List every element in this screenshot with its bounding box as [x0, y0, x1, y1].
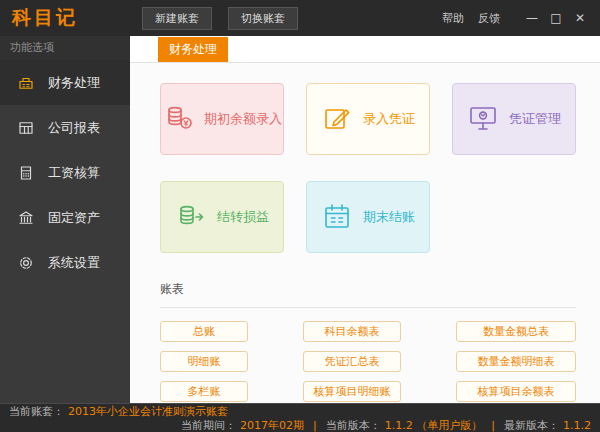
status-separator: | — [491, 419, 495, 432]
current-version-label: 当前版本： — [326, 418, 381, 432]
sidebar-item-label: 固定资产 — [48, 209, 100, 227]
card-opening-balance-entry[interactable]: 期初余额录入 — [160, 83, 284, 155]
quantity-amount-detail-button[interactable]: 数量金额明细表 — [456, 351, 576, 372]
minimize-button[interactable]: — — [522, 8, 542, 28]
monitor-icon — [467, 102, 499, 137]
sidebar-item-label: 系统设置 — [48, 254, 100, 272]
cash-register-icon — [17, 74, 35, 92]
status-bar: 当前账套： 2013年小企业会计准则演示账套 当前期间： 2017年02期 | … — [0, 403, 600, 432]
general-ledger-button[interactable]: 总账 — [160, 321, 248, 342]
card-carry-forward-profit-loss[interactable]: 结转损益 — [160, 181, 284, 253]
sidebar-item-system-settings[interactable]: 系统设置 — [0, 240, 130, 285]
card-label: 凭证管理 — [509, 110, 561, 128]
status-row-versions: 当前期间： 2017年02期 | 当前版本： 1.1.2 （单用户版） | 最新… — [0, 418, 600, 432]
card-label: 期初余额录入 — [204, 110, 282, 128]
tab-bar: 财务处理 — [130, 36, 600, 63]
multi-column-ledger-button[interactable]: 多栏账 — [160, 381, 248, 402]
status-row-account: 当前账套： 2013年小企业会计准则演示账套 — [0, 404, 600, 418]
latest-version-label: 最新版本： — [504, 418, 559, 432]
titlebar-right: 帮助 反馈 — □ ✕ — [442, 8, 590, 28]
detail-ledger-button[interactable]: 明细账 — [160, 351, 248, 372]
card-voucher-management[interactable]: 凭证管理 — [452, 83, 576, 155]
card-label: 结转损益 — [217, 208, 269, 226]
account-table-buttons: 总账 科目余额表 数量金额总表 明细账 凭证汇总表 数量金额明细表 多栏账 核算… — [160, 321, 576, 402]
help-link[interactable]: 帮助 — [442, 11, 464, 26]
bank-icon — [17, 209, 35, 227]
feedback-link[interactable]: 反馈 — [478, 11, 500, 26]
card-label: 录入凭证 — [363, 110, 415, 128]
section-divider — [160, 307, 576, 308]
sidebar-item-payroll-accounting[interactable]: 工资核算 — [0, 150, 130, 195]
calculator-icon — [17, 164, 35, 182]
accounting-item-balance-button[interactable]: 核算项目余额表 — [456, 381, 576, 402]
sidebar: 功能选项 财务处理 公司报表 — [0, 36, 130, 403]
app-logo: 科目记 — [12, 5, 78, 31]
titlebar-buttons: 新建账套 切换账套 — [142, 7, 298, 30]
accounting-item-detail-button[interactable]: 核算项目明细账 — [303, 381, 401, 402]
main-panel: 财务处理 期初余额录入 — [130, 36, 600, 403]
window-controls: — □ ✕ — [522, 8, 590, 28]
sidebar-item-financial-processing[interactable]: 财务处理 — [0, 60, 130, 105]
coins-icon — [162, 102, 194, 137]
sidebar-item-label: 公司报表 — [48, 119, 100, 137]
status-separator: | — [313, 419, 317, 432]
function-cards: 期初余额录入 录入凭证 — [160, 83, 576, 253]
edit-pencil-icon — [321, 102, 353, 137]
sidebar-item-label: 财务处理 — [48, 74, 100, 92]
gear-icon — [17, 254, 35, 272]
transfer-coins-icon — [175, 200, 207, 235]
titlebar: 科目记 新建账套 切换账套 帮助 反馈 — □ ✕ — [0, 0, 600, 36]
card-enter-voucher[interactable]: 录入凭证 — [306, 83, 430, 155]
calendar-icon — [321, 200, 353, 235]
current-period-label: 当前期间： — [181, 418, 236, 432]
card-period-end-closing[interactable]: 期末结账 — [306, 181, 430, 253]
report-table-icon — [17, 119, 35, 137]
sidebar-item-label: 工资核算 — [48, 164, 100, 182]
quantity-amount-summary-button[interactable]: 数量金额总表 — [456, 321, 576, 342]
switch-account-set-button[interactable]: 切换账套 — [228, 7, 298, 30]
subject-balance-sheet-button[interactable]: 科目余额表 — [303, 321, 401, 342]
maximize-button[interactable]: □ — [546, 8, 566, 28]
tab-financial-processing[interactable]: 财务处理 — [158, 37, 228, 62]
content-area: 期初余额录入 录入凭证 — [130, 63, 600, 403]
sidebar-header: 功能选项 — [0, 36, 130, 60]
current-account-set-label: 当前账套： — [9, 404, 64, 419]
voucher-summary-button[interactable]: 凭证汇总表 — [303, 351, 401, 372]
sidebar-item-fixed-assets[interactable]: 固定资产 — [0, 195, 130, 240]
current-account-set-value: 2013年小企业会计准则演示账套 — [68, 404, 228, 419]
card-label: 期末结账 — [363, 208, 415, 226]
current-period-value: 2017年02期 — [240, 418, 304, 432]
sidebar-item-company-reports[interactable]: 公司报表 — [0, 105, 130, 150]
new-account-set-button[interactable]: 新建账套 — [142, 7, 212, 30]
close-button[interactable]: ✕ — [570, 8, 590, 28]
section-title-account-tables: 账表 — [160, 281, 576, 298]
app-window: 科目记 新建账套 切换账套 帮助 反馈 — □ ✕ 功能选项 — [0, 0, 600, 432]
latest-version-value: 1.1.2 — [563, 419, 591, 432]
current-version-value: 1.1.2 （单用户版） — [385, 418, 483, 432]
